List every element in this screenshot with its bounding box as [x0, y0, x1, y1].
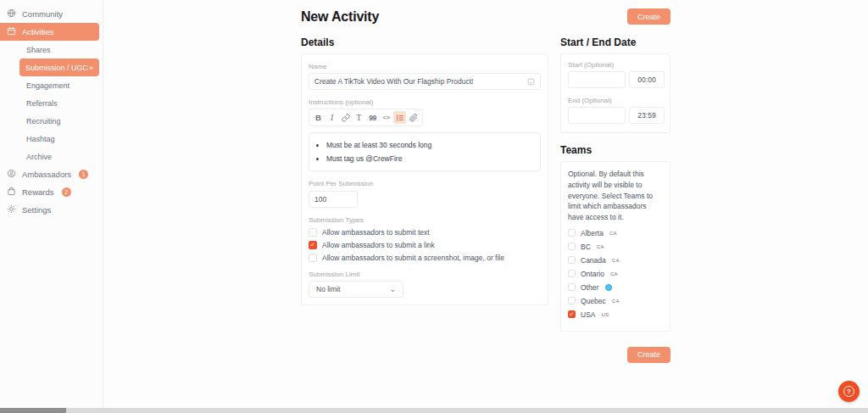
flag-ca-icon: CA [612, 299, 620, 304]
end-date-input[interactable] [568, 107, 626, 124]
sidebar-item-rewards[interactable]: Rewards 2 [0, 183, 103, 201]
team-label: Other [581, 283, 598, 292]
sidebar-item-label: Rewards [22, 187, 54, 197]
sub-item-label: Shares [26, 46, 51, 54]
name-field-wrap [309, 73, 541, 90]
sidebar-item-engagement[interactable]: Engagement [0, 76, 103, 94]
sidebar-item-referrals[interactable]: Referrals [0, 94, 103, 112]
team-label: Alberta [581, 229, 604, 237]
sub-item-label: Archive [26, 153, 52, 161]
attachment-icon[interactable] [407, 111, 420, 124]
text-style-icon[interactable]: T [353, 111, 365, 124]
rewards-bag-icon [7, 187, 16, 198]
sidebar-item-recruiting[interactable]: Recruiting [0, 112, 103, 130]
dates-card: Start (Optional) End (Optional) [560, 53, 670, 133]
page-title: New Activity [301, 9, 379, 25]
sidebar-item-shares[interactable]: Shares [0, 41, 103, 59]
sidebar-item-label: Settings [22, 205, 51, 215]
checkbox-unchecked[interactable] [568, 283, 576, 291]
flag-ca-icon: CA [610, 271, 618, 276]
start-time-input[interactable] [629, 71, 665, 88]
team-row-usa[interactable]: ✓ USAUS [568, 310, 663, 319]
team-row-bc[interactable]: BCCA [568, 243, 663, 251]
checkbox-unchecked[interactable] [568, 243, 576, 250]
code-icon[interactable]: <> [380, 111, 392, 124]
sidebar-item-hashtag[interactable]: Hashtag [0, 130, 103, 148]
submission-types-label: Submission Types [309, 216, 541, 224]
checkbox-unchecked[interactable] [568, 297, 576, 304]
sidebar-item-activities[interactable]: Activities [0, 23, 99, 41]
instructions-editor[interactable]: Must be at least 30 seconds long Must ta… [309, 132, 541, 171]
emoji-icon[interactable] [527, 74, 535, 89]
sub-item-label: Referrals [26, 99, 58, 108]
end-label: End (Optional) [568, 97, 663, 104]
details-heading: Details [301, 36, 548, 48]
checkbox-unchecked[interactable] [568, 270, 576, 277]
team-label: USA [581, 310, 595, 319]
checkbox-label: Allow ambassadors to submit a link [322, 241, 435, 249]
sub-item-label: Submission / UGC [25, 64, 88, 72]
team-label: Quebec [581, 297, 606, 305]
person-icon [7, 169, 16, 180]
sidebar-item-ambassadors[interactable]: Ambassadors 1 [0, 165, 103, 183]
create-button-bottom[interactable]: Create [627, 347, 670, 363]
checkbox-unchecked[interactable] [309, 254, 317, 262]
team-row-quebec[interactable]: QuebecCA [568, 297, 663, 305]
name-input[interactable] [314, 77, 524, 86]
globe-icon [7, 8, 16, 20]
instruction-item: Must tag us @CrewFire [326, 152, 535, 165]
question-mark-icon: ? [843, 386, 854, 397]
teams-description: Optional. By default this activity will … [568, 169, 663, 223]
calendar-icon [7, 26, 16, 37]
submit-text-checkbox-row[interactable]: Allow ambassadors to submit text [309, 228, 541, 237]
sub-item-label: Hashtag [26, 135, 55, 143]
team-label: Ontario [581, 270, 604, 278]
submission-limit-select[interactable]: No limit ⌄ [309, 281, 403, 298]
select-value: No limit [316, 285, 340, 293]
submit-file-checkbox-row[interactable]: Allow ambassadors to submit a screenshot… [309, 254, 541, 262]
submit-link-checkbox-row[interactable]: ✓ Allow ambassadors to submit a link [309, 241, 541, 249]
team-row-other[interactable]: Other [568, 283, 663, 292]
team-row-alberta[interactable]: AlbertaCA [568, 229, 663, 237]
checkbox-unchecked[interactable] [309, 228, 317, 237]
team-row-ontario[interactable]: OntarioCA [568, 270, 663, 278]
ambassadors-badge: 1 [79, 170, 88, 179]
instruction-item: Must be at least 30 seconds long [326, 138, 535, 152]
submission-limit-label: Submission Limit [309, 271, 541, 278]
italic-icon[interactable]: I [326, 111, 338, 124]
sidebar-item-archive[interactable]: Archive [0, 148, 103, 165]
details-card: Name Instructions (optional) B I [301, 53, 548, 305]
bold-icon[interactable]: B [312, 111, 325, 124]
dates-heading: Start / End Date [560, 36, 670, 48]
rewards-badge: 2 [62, 187, 71, 197]
flag-ca-icon: CA [597, 244, 604, 249]
scrollbar-thumb[interactable] [0, 408, 66, 413]
sidebar-item-settings[interactable]: Settings [0, 201, 103, 219]
checkbox-checked[interactable]: ✓ [309, 241, 317, 249]
team-label: BC [581, 243, 591, 251]
start-date-input[interactable] [568, 71, 626, 88]
sidebar-item-community[interactable]: Community [0, 5, 103, 23]
page-header: New Activity Create [301, 8, 670, 25]
sidebar-item-submission-ugc[interactable]: Submission / UGC » [19, 59, 99, 76]
points-label: Point Per Submission [309, 180, 541, 187]
help-button[interactable]: ? [838, 381, 860, 402]
create-button-top[interactable]: Create [627, 8, 670, 25]
sub-item-label: Recruiting [26, 117, 61, 126]
blockquote-icon[interactable]: 99 [366, 111, 379, 124]
checkbox-unchecked[interactable] [568, 256, 576, 264]
flag-ca-icon: CA [609, 231, 617, 236]
teams-card: Optional. By default this activity will … [560, 161, 670, 332]
link-icon[interactable] [339, 111, 352, 124]
bullet-list-icon[interactable] [393, 111, 406, 124]
editor-toolbar: B I T 99 <> [309, 109, 423, 126]
sidebar-item-label: Community [22, 9, 63, 19]
checkbox-checked[interactable]: ✓ [568, 310, 576, 318]
horizontal-scrollbar[interactable] [0, 408, 868, 413]
checkbox-label: Allow ambassadors to submit text [322, 228, 430, 237]
team-row-canada[interactable]: CanadaCA [568, 256, 663, 265]
double-arrow-icon: » [89, 64, 93, 72]
points-input[interactable] [309, 191, 358, 208]
checkbox-unchecked[interactable] [568, 229, 576, 237]
end-time-input[interactable] [629, 107, 665, 124]
